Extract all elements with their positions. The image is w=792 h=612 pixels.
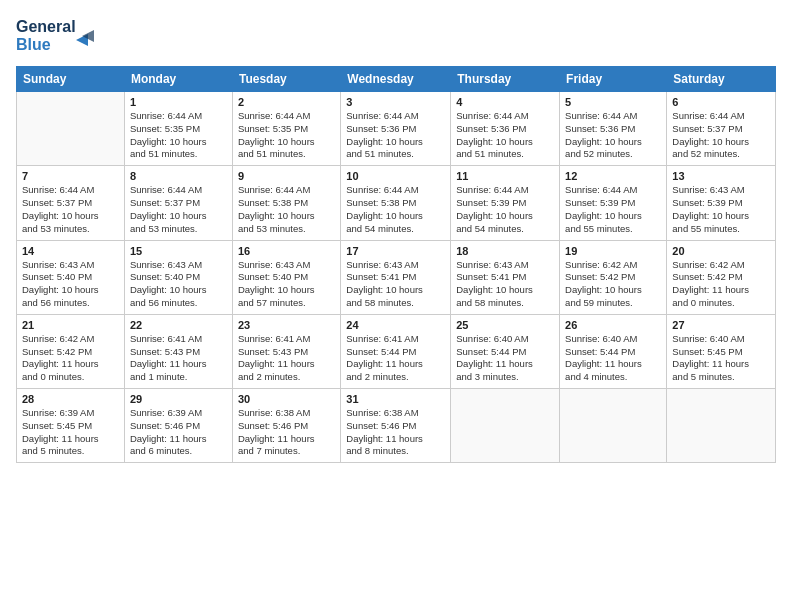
day-number: 18 xyxy=(456,245,554,257)
day-number: 12 xyxy=(565,170,661,182)
day-number: 9 xyxy=(238,170,335,182)
day-info: Sunrise: 6:44 AMSunset: 5:39 PMDaylight:… xyxy=(456,184,554,235)
day-number: 28 xyxy=(22,393,119,405)
day-info: Sunrise: 6:38 AMSunset: 5:46 PMDaylight:… xyxy=(238,407,335,458)
day-info: Sunrise: 6:44 AMSunset: 5:38 PMDaylight:… xyxy=(346,184,445,235)
day-info: Sunrise: 6:43 AMSunset: 5:41 PMDaylight:… xyxy=(456,259,554,310)
calendar-cell: 8Sunrise: 6:44 AMSunset: 5:37 PMDaylight… xyxy=(124,166,232,240)
day-number: 16 xyxy=(238,245,335,257)
day-number: 29 xyxy=(130,393,227,405)
calendar-cell xyxy=(17,92,125,166)
calendar-cell: 2Sunrise: 6:44 AMSunset: 5:35 PMDaylight… xyxy=(232,92,340,166)
calendar-cell: 4Sunrise: 6:44 AMSunset: 5:36 PMDaylight… xyxy=(451,92,560,166)
day-number: 5 xyxy=(565,96,661,108)
calendar-cell xyxy=(451,389,560,463)
week-row-0: 1Sunrise: 6:44 AMSunset: 5:35 PMDaylight… xyxy=(17,92,776,166)
calendar-cell xyxy=(667,389,776,463)
day-info: Sunrise: 6:44 AMSunset: 5:37 PMDaylight:… xyxy=(130,184,227,235)
calendar-cell: 17Sunrise: 6:43 AMSunset: 5:41 PMDayligh… xyxy=(341,240,451,314)
day-number: 25 xyxy=(456,319,554,331)
day-info: Sunrise: 6:44 AMSunset: 5:37 PMDaylight:… xyxy=(672,110,770,161)
calendar-cell: 7Sunrise: 6:44 AMSunset: 5:37 PMDaylight… xyxy=(17,166,125,240)
day-info: Sunrise: 6:39 AMSunset: 5:46 PMDaylight:… xyxy=(130,407,227,458)
calendar-cell: 24Sunrise: 6:41 AMSunset: 5:44 PMDayligh… xyxy=(341,314,451,388)
week-row-4: 28Sunrise: 6:39 AMSunset: 5:45 PMDayligh… xyxy=(17,389,776,463)
weekday-header-monday: Monday xyxy=(124,67,232,92)
day-number: 14 xyxy=(22,245,119,257)
day-info: Sunrise: 6:44 AMSunset: 5:36 PMDaylight:… xyxy=(456,110,554,161)
calendar-cell: 21Sunrise: 6:42 AMSunset: 5:42 PMDayligh… xyxy=(17,314,125,388)
header: General Blue xyxy=(16,12,776,60)
day-info: Sunrise: 6:41 AMSunset: 5:44 PMDaylight:… xyxy=(346,333,445,384)
calendar-table: SundayMondayTuesdayWednesdayThursdayFrid… xyxy=(16,66,776,463)
day-number: 2 xyxy=(238,96,335,108)
calendar-cell xyxy=(560,389,667,463)
day-info: Sunrise: 6:40 AMSunset: 5:44 PMDaylight:… xyxy=(456,333,554,384)
calendar-cell: 18Sunrise: 6:43 AMSunset: 5:41 PMDayligh… xyxy=(451,240,560,314)
day-number: 15 xyxy=(130,245,227,257)
week-row-2: 14Sunrise: 6:43 AMSunset: 5:40 PMDayligh… xyxy=(17,240,776,314)
calendar-cell: 12Sunrise: 6:44 AMSunset: 5:39 PMDayligh… xyxy=(560,166,667,240)
day-info: Sunrise: 6:42 AMSunset: 5:42 PMDaylight:… xyxy=(565,259,661,310)
day-number: 23 xyxy=(238,319,335,331)
calendar-cell: 23Sunrise: 6:41 AMSunset: 5:43 PMDayligh… xyxy=(232,314,340,388)
calendar-cell: 22Sunrise: 6:41 AMSunset: 5:43 PMDayligh… xyxy=(124,314,232,388)
calendar-cell: 20Sunrise: 6:42 AMSunset: 5:42 PMDayligh… xyxy=(667,240,776,314)
day-info: Sunrise: 6:44 AMSunset: 5:36 PMDaylight:… xyxy=(565,110,661,161)
day-number: 26 xyxy=(565,319,661,331)
calendar-cell: 1Sunrise: 6:44 AMSunset: 5:35 PMDaylight… xyxy=(124,92,232,166)
calendar-cell: 19Sunrise: 6:42 AMSunset: 5:42 PMDayligh… xyxy=(560,240,667,314)
day-number: 27 xyxy=(672,319,770,331)
day-number: 22 xyxy=(130,319,227,331)
calendar-cell: 28Sunrise: 6:39 AMSunset: 5:45 PMDayligh… xyxy=(17,389,125,463)
day-info: Sunrise: 6:41 AMSunset: 5:43 PMDaylight:… xyxy=(238,333,335,384)
day-number: 13 xyxy=(672,170,770,182)
calendar-cell: 15Sunrise: 6:43 AMSunset: 5:40 PMDayligh… xyxy=(124,240,232,314)
calendar-cell: 10Sunrise: 6:44 AMSunset: 5:38 PMDayligh… xyxy=(341,166,451,240)
svg-text:General: General xyxy=(16,18,76,35)
day-info: Sunrise: 6:44 AMSunset: 5:35 PMDaylight:… xyxy=(238,110,335,161)
day-number: 24 xyxy=(346,319,445,331)
day-info: Sunrise: 6:43 AMSunset: 5:40 PMDaylight:… xyxy=(130,259,227,310)
day-number: 10 xyxy=(346,170,445,182)
page: General Blue SundayMondayTuesdayWednesda… xyxy=(0,0,792,473)
day-number: 31 xyxy=(346,393,445,405)
day-info: Sunrise: 6:43 AMSunset: 5:39 PMDaylight:… xyxy=(672,184,770,235)
day-info: Sunrise: 6:42 AMSunset: 5:42 PMDaylight:… xyxy=(22,333,119,384)
day-info: Sunrise: 6:40 AMSunset: 5:44 PMDaylight:… xyxy=(565,333,661,384)
day-info: Sunrise: 6:39 AMSunset: 5:45 PMDaylight:… xyxy=(22,407,119,458)
day-info: Sunrise: 6:43 AMSunset: 5:41 PMDaylight:… xyxy=(346,259,445,310)
calendar-cell: 6Sunrise: 6:44 AMSunset: 5:37 PMDaylight… xyxy=(667,92,776,166)
day-number: 17 xyxy=(346,245,445,257)
calendar-cell: 31Sunrise: 6:38 AMSunset: 5:46 PMDayligh… xyxy=(341,389,451,463)
day-info: Sunrise: 6:41 AMSunset: 5:43 PMDaylight:… xyxy=(130,333,227,384)
day-number: 6 xyxy=(672,96,770,108)
calendar-cell: 25Sunrise: 6:40 AMSunset: 5:44 PMDayligh… xyxy=(451,314,560,388)
calendar-cell: 3Sunrise: 6:44 AMSunset: 5:36 PMDaylight… xyxy=(341,92,451,166)
day-info: Sunrise: 6:42 AMSunset: 5:42 PMDaylight:… xyxy=(672,259,770,310)
day-info: Sunrise: 6:40 AMSunset: 5:45 PMDaylight:… xyxy=(672,333,770,384)
day-info: Sunrise: 6:44 AMSunset: 5:37 PMDaylight:… xyxy=(22,184,119,235)
day-number: 8 xyxy=(130,170,227,182)
day-number: 1 xyxy=(130,96,227,108)
weekday-header-friday: Friday xyxy=(560,67,667,92)
calendar-cell: 16Sunrise: 6:43 AMSunset: 5:40 PMDayligh… xyxy=(232,240,340,314)
calendar-cell: 26Sunrise: 6:40 AMSunset: 5:44 PMDayligh… xyxy=(560,314,667,388)
weekday-header-thursday: Thursday xyxy=(451,67,560,92)
svg-text:Blue: Blue xyxy=(16,36,51,53)
day-number: 21 xyxy=(22,319,119,331)
weekday-header-sunday: Sunday xyxy=(17,67,125,92)
week-row-1: 7Sunrise: 6:44 AMSunset: 5:37 PMDaylight… xyxy=(17,166,776,240)
weekday-header-wednesday: Wednesday xyxy=(341,67,451,92)
day-info: Sunrise: 6:44 AMSunset: 5:38 PMDaylight:… xyxy=(238,184,335,235)
calendar-cell: 14Sunrise: 6:43 AMSunset: 5:40 PMDayligh… xyxy=(17,240,125,314)
week-row-3: 21Sunrise: 6:42 AMSunset: 5:42 PMDayligh… xyxy=(17,314,776,388)
weekday-header-row: SundayMondayTuesdayWednesdayThursdayFrid… xyxy=(17,67,776,92)
day-info: Sunrise: 6:44 AMSunset: 5:39 PMDaylight:… xyxy=(565,184,661,235)
calendar-cell: 13Sunrise: 6:43 AMSunset: 5:39 PMDayligh… xyxy=(667,166,776,240)
day-info: Sunrise: 6:44 AMSunset: 5:36 PMDaylight:… xyxy=(346,110,445,161)
day-info: Sunrise: 6:43 AMSunset: 5:40 PMDaylight:… xyxy=(22,259,119,310)
logo-text: General Blue xyxy=(16,12,106,60)
calendar-cell: 27Sunrise: 6:40 AMSunset: 5:45 PMDayligh… xyxy=(667,314,776,388)
day-info: Sunrise: 6:43 AMSunset: 5:40 PMDaylight:… xyxy=(238,259,335,310)
